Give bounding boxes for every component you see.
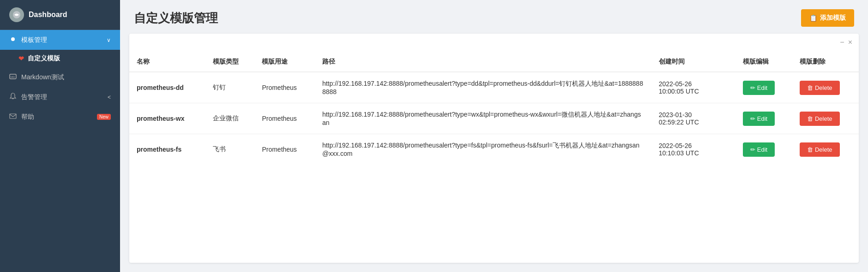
chevron-left-icon: < <box>108 94 111 101</box>
delete-label-1: Delete <box>815 115 832 122</box>
col-header-delete: 模版删除 <box>792 52 859 72</box>
minimize-icon[interactable]: − <box>840 38 844 47</box>
add-button-label: 添加模版 <box>820 14 846 22</box>
edit-label-1: Edit <box>757 115 767 122</box>
main-content: 自定义模版管理 📋 添加模版 − × 名称 模版类型 模版用途 路径 创建时间 … <box>120 0 868 272</box>
edit-button-2[interactable]: ✏ Edit <box>743 142 775 157</box>
sidebar-item-label-template-mgmt: 模板管理 <box>21 36 47 44</box>
sidebar-subitem-label-custom: 自定义模版 <box>28 54 60 63</box>
delete-icon-1: 🗑 <box>807 115 813 122</box>
add-icon: 📋 <box>809 14 817 22</box>
cell-name-2: prometheus-fs <box>129 134 205 165</box>
heart-icon: ❤ <box>18 55 24 62</box>
svg-rect-6 <box>10 114 16 118</box>
cell-type-0: 钉钉 <box>205 72 255 103</box>
cell-name-1: prometheus-wx <box>129 103 205 134</box>
cell-created-2: 2022-05-2610:10:03 UTC <box>651 134 735 165</box>
cell-usage-2: Prometheus <box>254 134 315 165</box>
close-icon[interactable]: × <box>848 38 852 47</box>
cell-edit-1: ✏ Edit <box>735 103 792 134</box>
add-template-button[interactable]: 📋 添加模版 <box>801 9 854 27</box>
col-header-name: 名称 <box>129 52 205 72</box>
cell-usage-0: Prometheus <box>254 72 315 103</box>
sidebar-item-label-alert: 告警管理 <box>21 93 47 101</box>
cell-delete-1: 🗑 Delete <box>792 103 859 134</box>
cell-path-1: http://192.168.197.142:8888/prometheusal… <box>315 103 651 134</box>
content-area: − × 名称 模版类型 模版用途 路径 创建时间 模版编辑 模版删除 prome… <box>129 34 859 263</box>
cell-path-2: http://192.168.197.142:8888/prometheusal… <box>315 134 651 165</box>
modal-controls: − × <box>840 38 852 47</box>
col-header-edit: 模版编辑 <box>735 52 792 72</box>
delete-label-0: Delete <box>815 84 832 91</box>
col-header-usage: 模版用途 <box>254 52 315 72</box>
sidebar: Dashboard 模板管理 ∨ ❤ 自定义模版 MD Markdown测试 告… <box>0 0 120 272</box>
cell-delete-2: 🗑 Delete <box>792 134 859 165</box>
delete-icon-2: 🗑 <box>807 146 813 153</box>
sidebar-subitem-custom-template[interactable]: ❤ 自定义模版 <box>0 50 120 67</box>
mail-icon <box>9 112 17 121</box>
page-title: 自定义模版管理 <box>134 10 218 26</box>
cell-edit-0: ✏ Edit <box>735 72 792 103</box>
sidebar-header: Dashboard <box>0 0 120 30</box>
edit-label-0: Edit <box>757 84 767 91</box>
sidebar-item-help[interactable]: 帮助 New <box>0 107 120 127</box>
edit-label-2: Edit <box>757 146 767 153</box>
col-header-created: 创建时间 <box>651 52 735 72</box>
cell-name-0: prometheus-dd <box>129 72 205 103</box>
sidebar-item-label-markdown: Markdown测试 <box>21 73 64 82</box>
sidebar-item-template-mgmt[interactable]: 模板管理 ∨ <box>0 30 120 50</box>
bell-icon <box>9 93 17 101</box>
cell-path-0: http://192.168.197.142:8888/prometheusal… <box>315 72 651 103</box>
markdown-icon: MD <box>9 73 17 82</box>
delete-label-2: Delete <box>815 146 832 153</box>
cell-created-0: 2022-05-2610:00:05 UTC <box>651 72 735 103</box>
table-row: prometheus-wx 企业微信 Prometheus http://192… <box>129 103 859 134</box>
delete-button-0[interactable]: 🗑 Delete <box>800 81 840 95</box>
edit-button-0[interactable]: ✏ Edit <box>743 81 775 95</box>
cell-delete-0: 🗑 Delete <box>792 72 859 103</box>
edit-icon-1: ✏ <box>750 115 755 122</box>
cell-created-1: 2023-01-3002:59:22 UTC <box>651 103 735 134</box>
cell-edit-2: ✏ Edit <box>735 134 792 165</box>
sidebar-logo-icon <box>9 7 24 22</box>
col-header-path: 路径 <box>315 52 651 72</box>
sidebar-item-markdown[interactable]: MD Markdown测试 <box>0 67 120 87</box>
svg-point-2 <box>11 37 15 41</box>
edit-icon-0: ✏ <box>750 84 755 91</box>
sidebar-item-alert-mgmt[interactable]: 告警管理 < <box>0 87 120 107</box>
delete-button-2[interactable]: 🗑 Delete <box>800 142 840 157</box>
edit-button-1[interactable]: ✏ Edit <box>743 112 775 126</box>
svg-text:MD: MD <box>11 76 15 78</box>
delete-button-1[interactable]: 🗑 Delete <box>800 112 840 126</box>
page-header: 自定义模版管理 📋 添加模版 <box>120 0 868 34</box>
cell-usage-1: Prometheus <box>254 103 315 134</box>
table-header-row: 名称 模版类型 模版用途 路径 创建时间 模版编辑 模版删除 <box>129 52 859 72</box>
table-row: prometheus-dd 钉钉 Prometheus http://192.1… <box>129 72 859 103</box>
template-table: 名称 模版类型 模版用途 路径 创建时间 模版编辑 模版删除 prometheu… <box>129 52 859 165</box>
delete-icon-0: 🗑 <box>807 84 813 91</box>
new-badge: New <box>97 114 111 120</box>
table-row: prometheus-fs 飞书 Prometheus http://192.1… <box>129 134 859 165</box>
cell-type-1: 企业微信 <box>205 103 255 134</box>
template-mgmt-icon <box>9 35 17 44</box>
sidebar-title: Dashboard <box>29 11 67 19</box>
chevron-down-icon: ∨ <box>107 37 111 43</box>
edit-icon-2: ✏ <box>750 146 755 153</box>
cell-type-2: 飞书 <box>205 134 255 165</box>
col-header-type: 模版类型 <box>205 52 255 72</box>
sidebar-item-label-help: 帮助 <box>21 113 34 121</box>
